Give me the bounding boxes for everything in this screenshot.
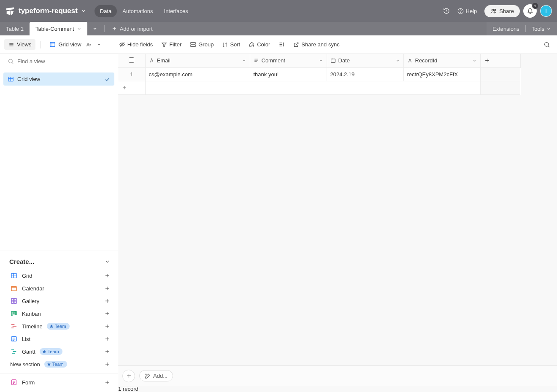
svg-rect-12 [50,43,55,47]
column-label: Date [338,57,350,64]
add-column-button[interactable] [480,54,520,67]
top-bar: typeform-request Data Automations Interf… [0,0,557,22]
hide-fields-label: Hide fields [127,41,153,48]
filter-button[interactable]: Filter [158,39,185,50]
share-sync-button[interactable]: Share and sync [290,39,343,50]
extensions-button[interactable]: Extensions [487,22,525,35]
column-menu-chevron-icon[interactable] [242,58,246,63]
plus-icon [104,361,110,367]
column-menu-chevron-icon[interactable] [319,58,323,63]
search-records-button[interactable] [541,39,553,51]
create-gallery[interactable]: Gallery [8,295,112,307]
avatar[interactable]: I [540,5,552,17]
kanban-icon [10,310,18,317]
view-options-chevron-icon[interactable] [97,42,101,47]
create-list[interactable]: List [8,333,112,345]
create-gallery-label: Gallery [22,298,39,304]
create-timeline-label: Timeline [22,323,43,330]
sort-label: Sort [230,41,240,48]
hide-fields-button[interactable]: Hide fields [116,39,157,50]
extensions-label: Extensions [492,26,519,32]
select-all-checkbox[interactable] [129,57,134,63]
list-icon [10,336,18,342]
add-or-import-button[interactable]: Add or import [106,22,158,35]
find-view-input[interactable] [17,58,110,64]
add-assistant-button[interactable]: Add... [139,370,173,381]
create-kanban[interactable]: Kanban [8,307,112,320]
view-toolbar: Views Grid view Hide fields Filter Group… [0,35,557,54]
sort-icon [222,42,228,48]
find-view-field[interactable] [0,54,118,69]
hamburger-icon [8,42,14,48]
search-icon [8,58,14,64]
svg-rect-36 [11,286,16,291]
create-calendar[interactable]: Calendar [8,282,112,295]
views-toggle-button[interactable]: Views [4,39,35,50]
column-header-comment[interactable]: Comment [250,54,327,67]
create-new-section[interactable]: New section Team [8,358,112,371]
tab-table-comment[interactable]: Table-Comment [30,22,87,35]
color-label: Color [257,41,270,48]
tab-table-1[interactable]: Table 1 [0,22,30,35]
create-grid[interactable]: Grid [8,269,112,282]
gantt-icon [10,348,18,355]
create-form[interactable]: Form [8,376,112,389]
select-all-header[interactable] [118,54,145,67]
cell-recordid[interactable]: rectrQEy8XPM2cFfX [403,67,480,81]
help-button[interactable]: Help [453,5,481,17]
row-height-button[interactable] [275,39,288,50]
svg-rect-20 [191,45,195,46]
view-item-grid[interactable]: Grid view [3,72,114,86]
share-button[interactable]: Share [484,5,520,17]
tools-button[interactable]: Tools [526,22,557,35]
search-icon [543,41,550,48]
data-table: Email Comment [118,54,521,95]
nav-automations[interactable]: Automations [117,5,158,17]
team-badge: Team [44,361,67,368]
history-icon[interactable] [440,4,453,18]
add-or-import-label: Add or import [120,26,153,32]
nav-interfaces[interactable]: Interfaces [159,5,194,17]
sort-button[interactable]: Sort [219,39,243,50]
create-gantt[interactable]: Gantt Team [8,345,112,358]
timeline-icon [10,323,18,330]
column-header-date[interactable]: Date [327,54,403,67]
row-number[interactable]: 1 [118,67,145,81]
table-row[interactable]: 1 cs@example.com thank you! 2024.2.19 re… [118,67,520,81]
add-row-button[interactable] [118,81,520,94]
column-header-recordid[interactable]: RecordId [403,54,480,67]
base-name[interactable]: typeform-request [19,7,78,15]
views-sidebar: Grid view Create... Grid Calendar [0,54,118,392]
create-form-label: Form [22,379,35,386]
svg-marker-2 [11,11,14,15]
column-menu-chevron-icon[interactable] [395,58,400,63]
tabs-overflow-chevron-icon[interactable] [87,22,103,35]
cell-email[interactable]: cs@example.com [145,67,250,81]
column-menu-chevron-icon[interactable] [472,58,477,63]
cell-date[interactable]: 2024.2.19 [327,67,403,81]
notifications-button[interactable]: 1 [523,4,537,18]
group-button[interactable]: Group [187,39,217,50]
create-list-label: List [22,336,30,342]
base-menu-chevron-icon[interactable] [79,7,88,15]
color-button[interactable]: Color [245,39,273,50]
create-new-section-label: New section [10,361,40,368]
add-record-circle-button[interactable] [122,370,135,382]
svg-point-4 [460,12,461,13]
tab-menu-chevron-icon[interactable] [77,27,81,31]
svg-point-6 [494,9,496,11]
plus-icon [104,311,110,317]
current-view-button[interactable]: Grid view [46,39,104,50]
cell-comment[interactable]: thank you! [250,67,327,81]
column-label: Comment [262,57,285,64]
nav-data[interactable]: Data [95,5,117,17]
plus-icon [104,379,110,385]
plus-icon [484,57,490,64]
share-label: Share [499,8,514,14]
create-section-toggle[interactable]: Create... [8,255,112,269]
column-header-email[interactable]: Email [145,54,250,67]
grid-footer: Add... [118,365,557,386]
grid-icon [49,41,56,48]
create-timeline[interactable]: Timeline Team [8,320,112,333]
tables-tab-row: Table 1 Table-Comment Add or import Exte… [0,22,557,35]
